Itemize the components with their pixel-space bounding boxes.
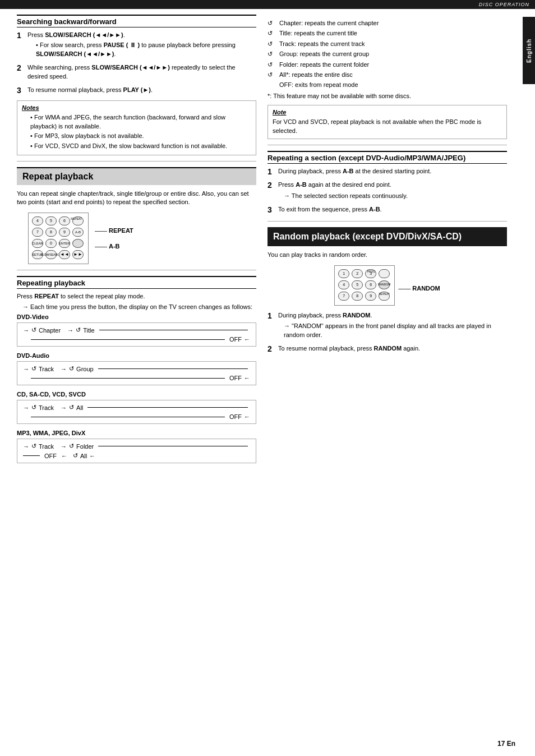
ri6: ↺ <box>69 404 74 411</box>
asterisk-note: *: This feature may not be available wit… <box>268 92 507 100</box>
rand-repeat-btn2: REPEAT <box>379 292 390 301</box>
rb-ab-btn <box>72 239 84 248</box>
notes-box: Notes For WMA and JPEG, the search funct… <box>17 100 256 155</box>
rs-step-3: 3 To exit from the sequence, press A-B. <box>268 205 507 215</box>
ri2: ↺ <box>76 326 81 334</box>
all-label1: All <box>76 404 83 411</box>
mp3-row2: OFF ← ↺ All ← <box>23 452 250 459</box>
random-intro: You can play tracks in random order. <box>268 251 507 259</box>
rand-step-1-num: 1 <box>268 311 275 341</box>
list-item-track: ↺ Track: repeats the current track <box>268 40 507 48</box>
dvd-audio-row2: OFF ← <box>23 375 250 381</box>
tv-screen-text: Each time you press the button, the disp… <box>17 303 256 311</box>
divider-4 <box>268 221 507 222</box>
dvd-audio-row1: → ↺ Track → ↺ Group <box>23 365 250 372</box>
searching-title: Searching backward/forward <box>17 15 256 27</box>
step-2-text: While searching, press SLOW/SEARCH (◄◄/►… <box>27 63 256 81</box>
repeat-diagram: 4 5 6 REPEAT 7 8 9 A-B CLEAR 0 <box>28 213 256 264</box>
rand-9: 9 <box>365 292 376 301</box>
off3 <box>31 417 225 417</box>
list-item-group: ↺ Group: repeats the current group <box>268 50 507 58</box>
rs-step-2-num: 2 <box>268 181 275 202</box>
repeat-icon-title: ↺ <box>268 29 276 38</box>
track-label1: Track <box>39 366 54 372</box>
random-label-container: —— RANDOM <box>398 279 440 292</box>
divider-1 <box>17 161 256 162</box>
rb-0: 0 <box>45 239 57 248</box>
top-bar: DISC OPERATION <box>0 0 535 9</box>
arr4: → <box>61 366 67 372</box>
arr5: → <box>23 404 29 411</box>
rand-step-2: 2 To resume normal playback, press RANDO… <box>268 344 507 354</box>
mp3-wma-mode: MP3, WMA, JPEG, DivX → ↺ Track → ↺ Folde… <box>17 430 256 463</box>
step-3-text: To resume normal playback, press PLAY (►… <box>27 86 256 94</box>
group-desc: Group: repeats the current group <box>279 50 369 58</box>
line-end3 <box>87 407 248 408</box>
off-label2: OFF <box>229 375 242 381</box>
mp3-row1: → ↺ Track → ↺ Folder <box>23 442 250 450</box>
repeat-playback-title: Repeat playback <box>17 167 256 185</box>
rand-5: 5 <box>352 280 363 289</box>
off-desc: OFF: exits from repeat mode <box>279 81 358 89</box>
repeat-icon-folder: ↺ <box>268 61 276 69</box>
track-label3: Track <box>39 443 54 450</box>
rand-8: 8 <box>352 292 363 301</box>
rand-7: 7 <box>338 292 349 301</box>
searching-section: Searching backward/forward 1 Press SLOW/… <box>17 15 256 155</box>
folder-label: Folder <box>76 443 94 450</box>
arr3: → <box>23 366 29 372</box>
list-item-chapter: ↺ Chapter: repeats the current chapter <box>268 19 507 27</box>
rs-step-1-content: During playback, press A-B at the desire… <box>278 167 507 177</box>
step-3: 3 To resume normal playback, press PLAY … <box>17 86 256 96</box>
mp3-wma-flow: → ↺ Track → ↺ Folder OFF <box>17 439 256 463</box>
ri4: ↺ <box>69 365 74 372</box>
step-2-num: 2 <box>17 63 25 82</box>
rs-step-1-text: During playback, press A-B at the desire… <box>278 167 507 176</box>
off-label1: OFF <box>229 336 242 343</box>
repeat-arrow: —— <box>95 227 107 234</box>
rand-step-1-arrow: "RANDOM" appears in the front panel disp… <box>278 322 507 339</box>
rs-step-3-num: 3 <box>268 205 275 215</box>
arr6: → <box>61 404 67 411</box>
rand-4: 4 <box>338 280 349 289</box>
rb-slow: SLOW/SEARCH <box>45 250 57 259</box>
rb-6: 6 <box>59 216 70 225</box>
rb-clear: CLEAR <box>32 239 43 248</box>
list-item-title: ↺ Title: repeats the current title <box>268 29 507 38</box>
mp3-wma-label: MP3, WMA, JPEG, DivX <box>17 430 256 436</box>
off-label3: OFF <box>229 413 242 420</box>
step-1-content: Press SLOW/SEARCH (◄◄/►►). For slow sear… <box>27 31 256 60</box>
list-item-off: OFF: exits from repeat mode <box>268 81 507 89</box>
rb-8: 8 <box>45 228 57 237</box>
random-arrow-line: —— <box>398 285 411 292</box>
cd-sacd-label: CD, SA-CD, VCD, SVCD <box>17 391 256 398</box>
rand-1: 1 <box>338 269 349 278</box>
repeating-playback-sub: Repeating playback Press REPEAT to selec… <box>17 276 256 464</box>
rb-4: 4 <box>32 216 43 225</box>
rand-6: 6 <box>365 280 376 289</box>
repeat-icon-group: ↺ <box>268 50 276 58</box>
rs-step-3-text: To exit from the sequence, press A-B. <box>278 205 507 214</box>
cd-sacd-flow: → ↺ Track → ↺ All OFF ← <box>17 400 256 424</box>
group-label: Group <box>76 366 94 372</box>
back-arr3: ← <box>244 413 250 420</box>
step-3-content: To resume normal playback, press PLAY (►… <box>27 86 256 96</box>
rs-step-2-arrow: The selected section repeats continuousl… <box>278 192 507 200</box>
ri8: ↺ <box>69 442 74 450</box>
arr7: → <box>23 443 29 450</box>
line-end <box>99 330 248 330</box>
repeat-label: REPEAT <box>109 227 133 234</box>
note-2: For MP3, slow playback is not available. <box>22 132 251 140</box>
rs-step-2-content: Press A-B again at the desired end point… <box>278 181 507 202</box>
rb-7: 7 <box>32 228 43 237</box>
all-desc: All*: repeats the entire disc <box>279 71 353 79</box>
ri5: ↺ <box>31 404 36 411</box>
side-tab: English <box>523 17 535 84</box>
list-item-all: ↺ All*: repeats the entire disc <box>268 71 507 79</box>
rs-step-1: 1 During playback, press A-B at the desi… <box>268 167 507 177</box>
step-3-num: 3 <box>17 86 25 96</box>
rand-step-2-content: To resume normal playback, press RANDOM … <box>278 344 507 354</box>
rand-random-btn: RANDOM <box>379 280 390 289</box>
step-1-text: Press SLOW/SEARCH (◄◄/►►). <box>27 31 256 39</box>
note-3: For VCD, SVCD and DivX, the slow backwar… <box>22 142 251 150</box>
